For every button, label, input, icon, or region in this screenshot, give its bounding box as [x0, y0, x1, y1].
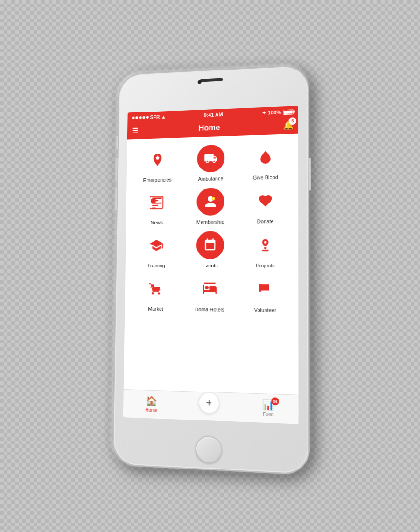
market-label: Market: [148, 306, 163, 312]
plus-icon: +: [206, 396, 212, 409]
events-icon-wrap: [196, 230, 225, 260]
volunteer-label: Volunteer: [254, 307, 277, 313]
tab-feed[interactable]: 📊 56 Feed: [238, 398, 299, 418]
give-blood-icon: [258, 149, 273, 165]
volume-down-button[interactable]: [114, 188, 117, 210]
status-right: ✦ 100%: [262, 109, 294, 116]
add-button[interactable]: +: [199, 392, 219, 414]
market-item[interactable]: Market: [135, 274, 176, 312]
signal-dot-1: [132, 116, 135, 119]
membership-icon: [196, 188, 224, 216]
grid-row-3: Training Events: [130, 230, 294, 268]
status-left: SFR ▲: [132, 114, 166, 120]
donate-label: Donate: [257, 218, 274, 224]
signal-dot-3: [139, 116, 142, 119]
mute-button[interactable]: [115, 136, 118, 150]
emergencies-item[interactable]: Emergencies: [137, 145, 178, 183]
home-button[interactable]: [196, 435, 222, 463]
projects-icon-wrap: [250, 230, 280, 260]
membership-item[interactable]: Membership: [189, 187, 231, 225]
give-blood-item[interactable]: Give Blood: [245, 141, 287, 181]
svg-rect-5: [151, 199, 156, 203]
feed-badge: 56: [271, 397, 279, 405]
home-tab-label: Home: [145, 407, 157, 413]
news-item[interactable]: News: [137, 188, 177, 225]
home-tab-icon: 🏠: [146, 395, 157, 407]
market-icon: [149, 281, 163, 296]
volume-up-button[interactable]: [115, 158, 117, 181]
news-label: News: [151, 220, 163, 225]
phone-device: SFR ▲ 9:41 AM ✦ 100% ☰ Home: [112, 64, 310, 476]
training-label: Training: [147, 263, 165, 268]
donate-icon-wrap: [250, 186, 280, 216]
volunteer-icon-wrap: [250, 274, 280, 304]
volunteer-icon: [258, 281, 273, 297]
earpiece-speaker: [200, 78, 223, 82]
events-item[interactable]: Events: [189, 230, 231, 268]
projects-item[interactable]: Projects: [244, 230, 287, 268]
tab-home[interactable]: 🏠 Home: [123, 394, 180, 414]
wifi-icon: ▲: [161, 114, 166, 119]
boma-hotels-item[interactable]: Boma Hotels: [189, 274, 231, 313]
svg-rect-3: [207, 157, 210, 158]
tab-add[interactable]: +: [180, 391, 238, 421]
battery-icon: [283, 109, 293, 115]
svg-rect-1: [156, 157, 160, 158]
ambulance-label: Ambulance: [198, 175, 223, 182]
give-blood-label: Give Blood: [253, 175, 278, 181]
front-camera: [198, 80, 202, 84]
training-icon-wrap: [142, 231, 171, 260]
donate-item[interactable]: Donate: [244, 185, 287, 224]
grid-row-2: News: [131, 185, 294, 225]
events-label: Events: [202, 263, 217, 268]
events-icon: [196, 231, 224, 259]
signal-dot-2: [135, 116, 138, 119]
membership-label: Membership: [196, 219, 224, 225]
power-button[interactable]: [309, 158, 311, 191]
news-icon-wrap: [142, 188, 171, 217]
signal-dot-5: [146, 116, 149, 119]
ambulance-item[interactable]: Ambulance: [190, 143, 231, 182]
boma-hotels-label: Boma Hotels: [195, 307, 224, 313]
carrier-name: SFR: [150, 114, 160, 119]
training-item[interactable]: Training: [136, 231, 177, 268]
ambulance-icon: [197, 144, 224, 172]
membership-icon-wrap: [196, 187, 225, 217]
svg-point-7: [264, 241, 266, 243]
nav-title: Home: [138, 121, 283, 135]
donate-icon: [258, 193, 273, 209]
battery-percentage: 100%: [268, 109, 281, 115]
emergencies-icon: [150, 153, 165, 168]
news-icon: [150, 195, 164, 210]
market-icon-wrap: [141, 274, 171, 304]
svg-rect-8: [211, 287, 213, 289]
tab-bar: 🏠 Home + 📊 56 Feed: [123, 389, 299, 424]
screen: SFR ▲ 9:41 AM ✦ 100% ☰ Home: [123, 106, 299, 424]
boma-hotels-icon: [203, 281, 217, 296]
boma-hotels-icon-wrap: [195, 274, 225, 304]
notification-badge: 5: [289, 117, 296, 125]
projects-icon: [258, 237, 273, 252]
feed-badge-wrap: 📊 56: [262, 399, 274, 411]
svg-marker-10: [259, 284, 261, 292]
signal-strength: [132, 116, 149, 119]
grid-row-1: Emergencies: [131, 141, 294, 183]
feed-tab-label: Feed: [263, 412, 274, 417]
volunteer-item[interactable]: Volunteer: [244, 274, 287, 313]
ambulance-icon-wrap: [196, 143, 225, 173]
phone-body: SFR ▲ 9:41 AM ✦ 100% ☰ Home: [112, 64, 310, 476]
main-content: Emergencies: [124, 134, 299, 395]
grid-row-4: Market: [129, 274, 294, 314]
status-time: 9:41 AM: [204, 112, 223, 118]
menu-button[interactable]: ☰: [132, 126, 138, 135]
signal-dot-4: [142, 116, 145, 119]
battery-fill: [284, 110, 293, 114]
notification-bell-wrapper[interactable]: 🔔 5: [283, 120, 293, 131]
give-blood-icon-wrap: [251, 142, 281, 172]
emergencies-label: Emergencies: [143, 177, 172, 183]
projects-label: Projects: [256, 263, 274, 268]
training-icon: [149, 238, 164, 253]
bluetooth-icon: ✦: [262, 110, 266, 116]
emergencies-icon-wrap: [143, 145, 172, 175]
